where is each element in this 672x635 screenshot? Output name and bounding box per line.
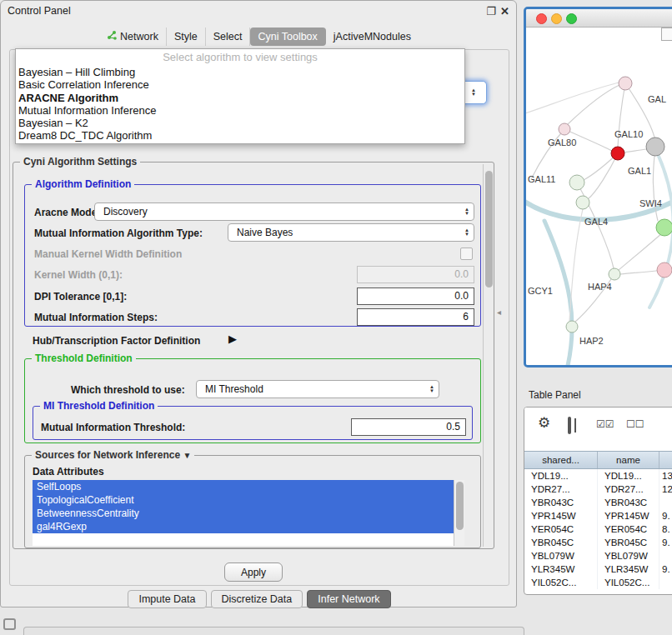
network-node[interactable] bbox=[566, 321, 578, 332]
table-cell: YER054C bbox=[524, 522, 598, 536]
mi-threshold-field[interactable]: 0.5 bbox=[351, 418, 466, 436]
columns-icon[interactable] bbox=[568, 417, 571, 434]
table-row[interactable]: YLR345WYLR345W9. bbox=[524, 562, 672, 576]
table-row[interactable]: YPR145WYPR145W9. bbox=[524, 509, 672, 522]
network-node[interactable] bbox=[646, 138, 664, 156]
tab-discretize-data[interactable]: Discretize Data bbox=[211, 590, 303, 608]
algorithm-option[interactable]: Mutual Information Inference bbox=[16, 104, 464, 117]
network-node[interactable] bbox=[619, 77, 632, 90]
network-graph: GALGAL80GAL10GAL11GAL1SWI4GAL4GCY1HAP4HA… bbox=[526, 28, 672, 365]
data-attribute-item[interactable]: SelfLoops bbox=[33, 480, 464, 493]
node-label: GAL4 bbox=[584, 217, 608, 227]
network-edge[interactable] bbox=[531, 129, 564, 179]
data-attribute-item[interactable]: gal4RGexp bbox=[33, 520, 464, 533]
table-cell bbox=[659, 549, 672, 562]
table-cell: 9. bbox=[659, 509, 672, 522]
combobox-value: MI Threshold bbox=[197, 383, 425, 395]
network-edge[interactable] bbox=[526, 82, 619, 114]
table-body: YDL19...YDL19...13YDR27...YDR27...12YBR0… bbox=[524, 469, 672, 589]
overview-widget[interactable] bbox=[661, 28, 672, 41]
table-row[interactable]: YIL052C...YIL052C... bbox=[524, 576, 672, 589]
which-threshold-label: Which threshold to use: bbox=[71, 384, 185, 396]
table-row[interactable]: YBR043CYBR043C bbox=[524, 496, 672, 509]
table-row[interactable]: YBL079WYBL079W bbox=[524, 549, 672, 562]
network-node[interactable] bbox=[576, 196, 589, 209]
table-row[interactable]: YBR045CYBR045C9. bbox=[524, 536, 672, 549]
node-label: GAL80 bbox=[548, 138, 576, 148]
tab-network[interactable]: Network bbox=[100, 28, 167, 46]
network-node[interactable] bbox=[609, 268, 620, 280]
column-header-name[interactable]: name bbox=[598, 452, 659, 468]
node-label: GCY1 bbox=[528, 286, 553, 296]
group-title: Cyni Algorithm Settings bbox=[20, 156, 140, 168]
collapsed-panel-bar[interactable] bbox=[23, 627, 524, 635]
close-traffic-light-icon[interactable] bbox=[536, 13, 547, 24]
algorithm-option[interactable]: ARACNE Algorithm bbox=[16, 92, 464, 104]
float-window-icon[interactable]: ❐ bbox=[486, 5, 496, 18]
group-title: Threshold Definition bbox=[32, 352, 136, 364]
tab-impute-data[interactable]: Impute Data bbox=[128, 590, 206, 608]
network-node[interactable] bbox=[559, 123, 570, 135]
gear-icon[interactable]: ⚙ bbox=[538, 414, 550, 432]
network-window-titlebar[interactable] bbox=[526, 9, 672, 28]
network-node[interactable] bbox=[657, 262, 672, 278]
kernel-width-label: Kernel Width (0,1): bbox=[34, 269, 123, 281]
tab-cyni-toolbox[interactable]: Cyni Toolbox bbox=[250, 28, 325, 46]
data-attribute-item[interactable]: TopologicalCoefficient bbox=[33, 493, 464, 507]
mi-type-combobox[interactable]: Naive Bayes ▲▼ bbox=[228, 223, 474, 242]
algorithm-option[interactable]: Bayesian – Hill Climbing bbox=[16, 66, 464, 78]
data-attribute-item[interactable]: BetweennessCentrality bbox=[33, 507, 464, 520]
table-cell: YBR043C bbox=[524, 496, 598, 509]
close-window-icon[interactable]: ✕ bbox=[500, 5, 509, 18]
algorithm-option[interactable]: Dream8 DC_TDC Algorithm bbox=[16, 129, 464, 142]
which-threshold-combobox[interactable]: MI Threshold ▲▼ bbox=[196, 380, 439, 398]
aracne-mode-combobox[interactable]: Discovery ▲▼ bbox=[94, 202, 474, 221]
zoom-traffic-light-icon[interactable] bbox=[566, 13, 577, 24]
column-header-extra[interactable] bbox=[659, 452, 672, 468]
tab-select[interactable]: Select bbox=[206, 28, 251, 46]
node-label: SWI4 bbox=[639, 198, 662, 208]
attributes-scrollbar-thumb[interactable] bbox=[456, 482, 464, 530]
network-view-window: GALGAL80GAL10GAL11GAL1SWI4GAL4GCY1HAP4HA… bbox=[524, 7, 672, 368]
column-header-shared[interactable]: shared... bbox=[524, 452, 598, 468]
expand-down-icon[interactable]: ▼ bbox=[183, 451, 191, 460]
table-cell: YDR27... bbox=[524, 482, 598, 496]
algorithm-option[interactable]: Basic Correlation Inference bbox=[16, 78, 464, 91]
network-edge[interactable] bbox=[619, 232, 663, 270]
tab-infer-network[interactable]: Infer Network bbox=[307, 590, 390, 608]
table-toolbar: ⚙ ☑☑ ☐☐ bbox=[524, 408, 672, 451]
deselect-all-checks-icon[interactable]: ☐☐ bbox=[626, 418, 644, 430]
network-edge[interactable] bbox=[568, 85, 619, 124]
spinner-icon: ▲▼ bbox=[460, 228, 474, 237]
apply-button[interactable]: Apply bbox=[224, 562, 283, 582]
attributes-scrollbar[interactable] bbox=[454, 480, 464, 546]
mi-steps-field[interactable]: 6 bbox=[357, 308, 474, 326]
node-label: GAL10 bbox=[614, 129, 643, 139]
table-row[interactable]: YDR27...YDR27...12 bbox=[524, 482, 672, 496]
collapse-right-icon[interactable]: ▶ bbox=[228, 332, 237, 345]
network-node[interactable] bbox=[656, 219, 672, 236]
kernel-width-field[interactable]: 0.0 bbox=[357, 266, 474, 283]
network-icon bbox=[108, 31, 117, 42]
panel-restore-icon[interactable] bbox=[3, 618, 16, 630]
settings-scrollbar[interactable] bbox=[483, 164, 494, 547]
manual-kernel-checkbox[interactable] bbox=[460, 248, 473, 260]
tab-style[interactable]: Style bbox=[167, 28, 206, 46]
table-row[interactable]: YER054CYER054C8. bbox=[524, 522, 672, 536]
network-edge[interactable] bbox=[588, 153, 618, 199]
algorithm-option[interactable]: Bayesian – K2 bbox=[16, 117, 464, 129]
dpi-tolerance-label: DPI Tolerance [0,1]: bbox=[34, 291, 127, 302]
dpi-tolerance-field[interactable]: 0.0 bbox=[357, 288, 474, 305]
network-node[interactable] bbox=[569, 175, 584, 190]
splitter-arrow-icon[interactable]: ◂ bbox=[497, 308, 501, 317]
tab-jactivemnodules[interactable]: jActiveMNodules bbox=[326, 28, 419, 46]
select-all-checks-icon[interactable]: ☑☑ bbox=[596, 418, 614, 430]
minimize-traffic-light-icon[interactable] bbox=[551, 13, 562, 24]
table-row[interactable]: YDL19...YDL19...13 bbox=[524, 469, 672, 482]
table-header-row: shared... name bbox=[524, 451, 672, 469]
control-panel-titlebar[interactable]: Control Panel bbox=[1, 1, 516, 21]
network-node[interactable] bbox=[611, 147, 624, 160]
network-canvas[interactable]: GALGAL80GAL10GAL11GAL1SWI4GAL4GCY1HAP4HA… bbox=[526, 28, 672, 365]
settings-scrollbar-thumb[interactable] bbox=[485, 171, 493, 288]
spinner-icon: ▲▼ bbox=[467, 88, 480, 97]
